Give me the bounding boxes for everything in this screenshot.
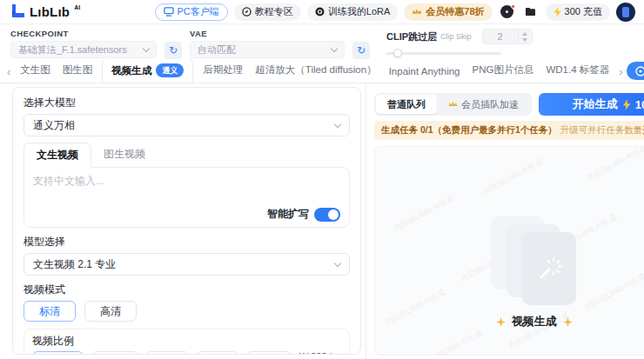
tab-text2img[interactable]: 文生图: [14, 63, 57, 83]
tutorial-button[interactable]: 教程专区: [234, 3, 301, 21]
compass-icon: [242, 7, 252, 17]
model-select[interactable]: 文生视频 2.1 专业: [23, 253, 350, 276]
quality-hd-button[interactable]: 高清: [84, 301, 137, 322]
clip-skip-stepper[interactable]: [518, 30, 532, 43]
queue-vip-label: 会员插队加速: [461, 98, 519, 111]
base-model-select[interactable]: 通义万相: [23, 114, 350, 136]
tab-postprocess[interactable]: 后期处理: [197, 63, 249, 83]
tab-tiled-upscale[interactable]: 超清放大（Tiled diffusion）: [249, 63, 382, 83]
quota-hint: 升级可并行任务数量: [560, 124, 643, 136]
clip-skip-sublabel: Clip Skip: [440, 32, 472, 41]
base-model-value: 通义万相: [33, 118, 75, 133]
pc-client-button[interactable]: PC客户端: [155, 3, 228, 21]
app-header: LıbLıb AI PC客户端 教程专区 训练我的LoRA: [0, 0, 644, 24]
prompt-box: 智能扩写: [23, 167, 350, 228]
watermark: 内容由Liblib AI生成: [419, 328, 484, 356]
quota-text: 生成任务 0/1（免费用户最多并行1个任务）: [381, 124, 557, 136]
chevron-down-icon: [334, 259, 341, 266]
app-logo[interactable]: LıbLıb AI: [10, 3, 80, 21]
chevron-down-icon: [143, 44, 150, 51]
folder-icon: [525, 7, 536, 17]
logo-sup: AI: [74, 4, 80, 10]
model-select-value: 文生视频 2.1 专业: [33, 257, 116, 272]
clip-skip-input[interactable]: [482, 29, 533, 44]
prompt-input[interactable]: [33, 174, 340, 205]
ratio-9-16-button[interactable]: 9:16: [91, 351, 138, 355]
watermark: 内容由Liblib AI生成: [392, 193, 456, 234]
queue-normal-option[interactable]: 普通队列: [376, 95, 437, 114]
clip-skip-value[interactable]: [483, 30, 518, 43]
magic-wand-icon: [536, 256, 562, 282]
stepper-up-icon[interactable]: [522, 32, 527, 36]
vae-value: 自动匹配: [198, 43, 236, 57]
chevron-down-icon: [334, 120, 341, 127]
queue-segmented-control: 普通队列 会员插队加速: [374, 93, 532, 116]
tab-img2video[interactable]: 图生视频: [91, 143, 158, 167]
tongyi-badge: 通义: [156, 63, 184, 77]
output-size-label: W 832 * H 480: [299, 351, 341, 355]
tab-wd14-tagger[interactable]: WD1.4 标签器: [540, 63, 615, 83]
chevron-down-icon: [331, 44, 338, 51]
ratio-4-3-button[interactable]: 4:3: [246, 351, 291, 355]
clip-skip-slider[interactable]: [386, 52, 501, 55]
checkpoint-refresh-button[interactable]: ↻: [164, 42, 182, 59]
tab-video-generation[interactable]: 视频生成 通义: [102, 59, 193, 83]
train-lora-label: 训练我的LoRA: [328, 5, 391, 18]
tab-text2video[interactable]: 文生视频: [23, 143, 91, 168]
watermark: 内容由Liblib AI生成: [480, 156, 545, 197]
avatar-glyph: [622, 7, 629, 17]
vae-select[interactable]: 自动匹配: [190, 41, 345, 58]
vae-refresh-button[interactable]: ↻: [352, 42, 370, 59]
empty-state-title: 视频生成: [512, 314, 557, 329]
featured-gallery-button[interactable]: 画同款精选: [627, 62, 644, 80]
generate-cost: 1000: [635, 98, 644, 111]
watermark: 内容由Liblib AI生成: [585, 146, 644, 183]
clip-skip-label: CLIP跳过层: [386, 30, 437, 43]
result-canvas: 内容由Liblib AI生成 内容由Liblib AI生成 内容由Liblib …: [374, 146, 644, 356]
member-sale-button[interactable]: 会员特惠78折: [404, 3, 492, 21]
settings-bar: CHECKPOINT 基础算法_F.1.safetensors ↻ VAE 自动…: [0, 24, 644, 59]
sparkle-icon: [563, 317, 573, 327]
video-mode-tabs: 文生视频 图生视频: [23, 143, 350, 167]
quota-banner: 生成任务 0/1（免费用户最多并行1个任务） 升级可并行任务数量 开通会员 >: [374, 121, 644, 140]
tab-png-info[interactable]: PNG图片信息: [466, 63, 540, 83]
notifications-button[interactable]: [499, 3, 516, 21]
liblib-logo-icon: [10, 3, 25, 18]
aspect-ratio-label: 视频比例: [32, 334, 341, 349]
base-model-label: 选择大模型: [23, 96, 350, 110]
sparkle-icon: [496, 317, 506, 327]
aspect-ratio-section: 视频比例 16:9 9:16 1:1: [23, 329, 350, 355]
member-sale-label: 会员特惠78折: [426, 5, 484, 18]
monitor-icon: [164, 7, 174, 17]
tabs-scroll-right-icon[interactable]: ›: [615, 65, 626, 83]
checkpoint-select[interactable]: 基础算法_F.1.safetensors: [10, 41, 157, 58]
user-avatar[interactable]: [616, 3, 635, 22]
slider-knob[interactable]: [393, 49, 402, 57]
smart-expand-toggle[interactable]: [314, 208, 340, 222]
files-button[interactable]: [522, 3, 540, 21]
tabs-scroll-left-icon[interactable]: ‹: [3, 65, 14, 83]
start-generate-label: 开始生成: [573, 96, 618, 112]
model-select-label: 模型选择: [23, 235, 350, 249]
tab-img2img[interactable]: 图生图: [57, 63, 99, 83]
recharge-label: 300 充值: [565, 5, 602, 18]
stepper-down-icon[interactable]: [522, 38, 527, 42]
ratio-1-1-button[interactable]: 1:1: [146, 351, 189, 355]
notification-red-dot: [511, 4, 515, 9]
vae-label: VAE: [190, 29, 345, 38]
checkpoint-value: 基础算法_F.1.safetensors: [18, 43, 127, 57]
video-quality-label: 视频模式: [23, 283, 350, 297]
start-generate-button[interactable]: 开始生成 1000: [539, 93, 644, 116]
ratio-3-4-button[interactable]: 3:4: [197, 351, 238, 355]
recharge-button[interactable]: 300 充值: [546, 3, 610, 21]
empty-state-caption: 视频生成: [375, 314, 644, 329]
lightning-icon: [553, 7, 561, 17]
generation-settings-panel: 选择大模型 通义万相 文生视频 图生视频 智能扩写 模型选择 文生视频 2.1 …: [0, 83, 366, 359]
ratio-16-9-button[interactable]: 16:9: [32, 351, 84, 355]
feature-tabs: ‹ 文生图 图生图 视频生成 通义 后期处理 超清放大（Tiled diffus…: [0, 59, 644, 83]
quality-sd-button[interactable]: 标清: [23, 301, 76, 322]
tab-inpaint-anything[interactable]: Inpaint Anything: [383, 66, 466, 83]
queue-vip-option[interactable]: 会员插队加速: [437, 95, 530, 114]
train-lora-button[interactable]: 训练我的LoRA: [307, 3, 399, 21]
smart-expand-label: 智能扩写: [267, 207, 309, 222]
